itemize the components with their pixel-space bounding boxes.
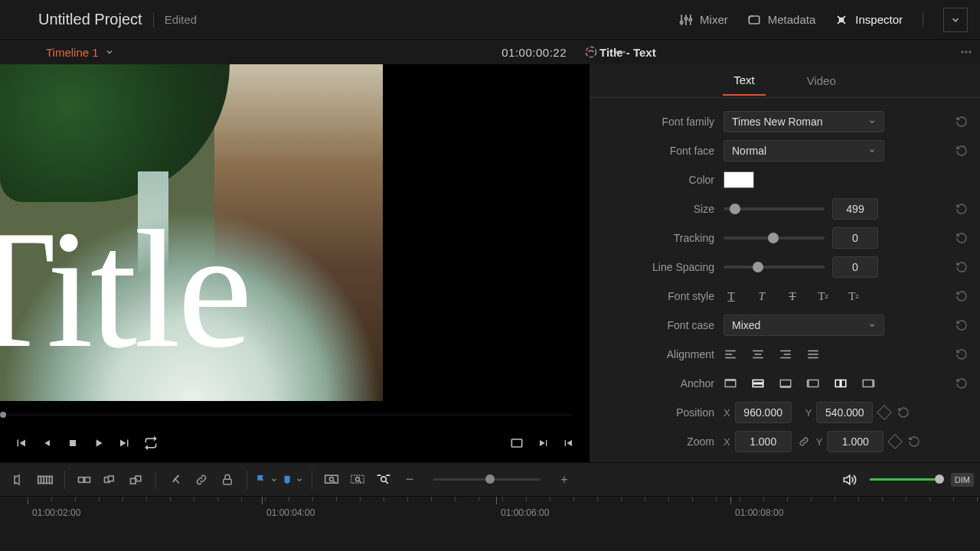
- anchor-bottom[interactable]: [779, 378, 792, 389]
- alignment-reset[interactable]: [954, 347, 969, 362]
- zoom-out[interactable]: −: [397, 467, 423, 493]
- replace-tool[interactable]: [123, 467, 149, 493]
- mute-button[interactable]: [836, 467, 862, 493]
- inspector-clip-title: Title - Text: [599, 46, 656, 59]
- anchor-vcenter[interactable]: [751, 378, 765, 389]
- prev-clip-button[interactable]: [556, 430, 582, 456]
- anchor-hcenter[interactable]: [834, 378, 848, 389]
- tracking-reset[interactable]: [954, 230, 969, 246]
- position-reset[interactable]: [896, 405, 911, 420]
- project-title: Untitled Project: [38, 11, 142, 28]
- marker-tool[interactable]: [279, 467, 305, 493]
- loop-button[interactable]: [138, 430, 164, 456]
- tracking-label: Tracking: [590, 232, 724, 244]
- anchor-left[interactable]: [806, 378, 820, 389]
- stop-button[interactable]: [60, 430, 86, 456]
- match-frame-button[interactable]: [504, 430, 530, 456]
- bypass-fusion-button[interactable]: [583, 44, 599, 60]
- zoom-detail-tool[interactable]: [345, 467, 371, 493]
- position-label: Position: [590, 406, 724, 419]
- size-reset[interactable]: [954, 201, 969, 217]
- inspector-options[interactable]: [959, 44, 974, 60]
- fontcase-label: Font case: [590, 319, 724, 331]
- svg-rect-22: [85, 477, 90, 482]
- font-family-select[interactable]: Times New Roman: [724, 111, 884, 132]
- font-face-select[interactable]: Normal: [724, 140, 884, 161]
- selection-tool[interactable]: [6, 467, 32, 493]
- svg-point-31: [356, 477, 360, 481]
- zoom-slider[interactable]: [433, 478, 541, 481]
- style-strikethrough[interactable]: T: [785, 289, 800, 304]
- go-to-start-button[interactable]: [8, 430, 34, 456]
- lock-tool[interactable]: [214, 467, 240, 493]
- linespacing-slider[interactable]: [724, 266, 825, 269]
- timeline-ruler[interactable]: 01:00:02:00 01:00:04:00 01:00:06:00 01:0…: [0, 496, 980, 533]
- ruler-label: 01:00:08:00: [735, 507, 783, 518]
- style-italic[interactable]: T: [754, 289, 769, 304]
- zoom-custom-tool[interactable]: [371, 467, 397, 493]
- font-face-reset[interactable]: [954, 143, 969, 158]
- volume-slider[interactable]: [870, 478, 943, 481]
- zoom-link-button[interactable]: [798, 435, 810, 448]
- svg-point-11: [969, 51, 971, 53]
- size-value[interactable]: 499: [832, 198, 878, 220]
- size-slider[interactable]: [724, 207, 825, 210]
- step-back-button[interactable]: [34, 430, 60, 456]
- go-to-end-button[interactable]: [112, 430, 138, 456]
- zoom-x-value[interactable]: 1.000: [735, 431, 792, 452]
- inspector-button[interactable]: Inspector: [825, 8, 912, 32]
- fontstyle-reset[interactable]: [954, 289, 969, 304]
- zoom-y-value[interactable]: 1.000: [827, 431, 884, 452]
- viewer-scrub-bar[interactable]: [0, 413, 573, 416]
- play-button[interactable]: [86, 430, 112, 456]
- trim-tool[interactable]: [32, 467, 58, 493]
- viewer-timecode[interactable]: 01:00:00:22: [501, 46, 567, 59]
- tracking-slider[interactable]: [724, 236, 825, 240]
- tab-video[interactable]: Video: [796, 67, 847, 95]
- position-keyframe[interactable]: [877, 405, 892, 420]
- zoom-full-tool[interactable]: [318, 467, 345, 493]
- overwrite-tool[interactable]: [97, 467, 123, 493]
- align-center[interactable]: [751, 347, 765, 361]
- timeline-selector[interactable]: Timeline 1: [46, 46, 114, 59]
- next-clip-button[interactable]: [530, 430, 556, 456]
- metadata-button[interactable]: Metadata: [737, 8, 825, 32]
- style-subscript[interactable]: T2: [846, 289, 861, 304]
- anchor-right[interactable]: [861, 378, 875, 389]
- anchor-reset[interactable]: [954, 376, 969, 391]
- font-family-reset[interactable]: [954, 114, 969, 129]
- align-left[interactable]: [724, 347, 737, 361]
- zoom-in[interactable]: +: [551, 467, 577, 493]
- color-swatch[interactable]: [724, 171, 754, 188]
- mixer-button[interactable]: Mixer: [669, 8, 737, 32]
- divider: [923, 12, 923, 28]
- chevron-down-icon: [868, 321, 876, 329]
- fontcase-reset[interactable]: [954, 318, 969, 333]
- svg-rect-27: [224, 479, 232, 484]
- svg-rect-24: [109, 476, 114, 481]
- tab-text[interactable]: Text: [723, 66, 766, 96]
- chevron-down-icon: [868, 118, 876, 126]
- style-superscript[interactable]: T2: [815, 289, 831, 304]
- tracking-value[interactable]: 0: [832, 227, 878, 249]
- linespacing-value[interactable]: 0: [832, 256, 878, 278]
- anchor-top[interactable]: [724, 378, 737, 389]
- flag-tool[interactable]: [253, 467, 279, 493]
- align-justify[interactable]: [806, 347, 820, 361]
- linespacing-reset[interactable]: [954, 259, 969, 275]
- insert-tool[interactable]: [71, 467, 97, 493]
- panel-dropdown[interactable]: [943, 8, 968, 32]
- position-y-value[interactable]: 540.000: [816, 402, 873, 423]
- viewer-canvas[interactable]: Title: [0, 64, 383, 401]
- fontcase-select[interactable]: Mixed: [724, 315, 884, 336]
- metadata-label: Metadata: [768, 13, 816, 26]
- zoom-reset[interactable]: [906, 434, 922, 449]
- link-tool[interactable]: [188, 467, 214, 493]
- position-x-value[interactable]: 960.000: [735, 402, 792, 423]
- style-underline[interactable]: T: [724, 289, 739, 304]
- zoom-keyframe[interactable]: [887, 434, 903, 449]
- dim-button[interactable]: DIM: [951, 473, 974, 487]
- align-right[interactable]: [779, 347, 792, 361]
- chevron-down-icon: [296, 476, 303, 484]
- blade-tool[interactable]: [162, 467, 188, 493]
